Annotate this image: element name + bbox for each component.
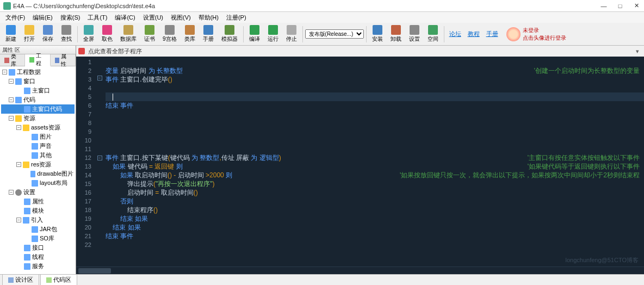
code-line-19[interactable]: 结束 如果	[106, 214, 644, 223]
tree-item-11[interactable]: drawable图片	[1, 169, 75, 178]
menu-item-0[interactable]: 文件(F)	[2, 13, 28, 23]
tree-item-14[interactable]: 属性	[1, 197, 75, 206]
tb-模拟器[interactable]: 模拟器	[218, 24, 241, 44]
minimize-button[interactable]: —	[599, 2, 608, 10]
expand-icon[interactable]: −	[9, 116, 14, 121]
tree-item-8[interactable]: 声音	[1, 141, 75, 151]
link-手册[interactable]: 手册	[486, 30, 498, 38]
tree-item-0[interactable]: −工程数据	[1, 67, 75, 77]
tree-item-7[interactable]: 图片	[1, 132, 75, 141]
menu-item-6[interactable]: 视图(V)	[168, 13, 194, 23]
close-button[interactable]: ✕	[632, 2, 641, 10]
menu-item-7[interactable]: 帮助(H)	[195, 13, 222, 23]
code-line-2[interactable]: 变量 启动时间 为 长整数型'创建一个启动时间为长整数型的变量	[106, 66, 644, 75]
code-line-18[interactable]: 结束程序()	[106, 206, 644, 214]
tree-item-2[interactable]: 主窗口	[1, 86, 75, 95]
tree-item-16[interactable]: −引入	[1, 215, 75, 225]
code-line-11[interactable]	[106, 145, 644, 153]
tree-item-19[interactable]: 接口	[1, 243, 75, 252]
menu-item-1[interactable]: 编辑(E)	[29, 13, 56, 23]
expand-icon[interactable]: −	[9, 190, 14, 195]
code-line-1[interactable]	[106, 58, 644, 66]
menu-item-8[interactable]: 注册(P)	[223, 13, 250, 23]
code-line-21[interactable]: 结束 事件	[106, 232, 644, 240]
menu-item-4[interactable]: 编译(C)	[112, 13, 138, 23]
tb2-空间[interactable]: 空间	[424, 24, 442, 44]
fold-icon[interactable]: −	[97, 156, 102, 160]
tree-item-6[interactable]: −assets资源	[1, 123, 75, 132]
expand-icon[interactable]: −	[2, 70, 7, 75]
code-line-22[interactable]	[106, 240, 644, 249]
tree-item-21[interactable]: 服务	[1, 262, 75, 271]
code-line-20[interactable]: 结束 如果	[106, 223, 644, 232]
fold-icon[interactable]: −	[97, 76, 102, 80]
code-editor[interactable]: 12345678910111213141516171819202122 −− 变…	[76, 57, 644, 267]
menu-item-5[interactable]: 设置(U)	[140, 13, 166, 23]
tree-item-12[interactable]: layout布局	[1, 178, 75, 188]
code-line-10[interactable]	[106, 136, 644, 145]
tree-item-20[interactable]: 线程	[1, 252, 75, 262]
tree-item-4[interactable]: 主窗口代码	[1, 104, 75, 114]
tb-编译[interactable]: 编译	[246, 24, 263, 44]
horizontal-scrollbar[interactable]	[76, 267, 644, 274]
tb-停止[interactable]: 停止	[283, 24, 300, 44]
code-line-5[interactable]	[106, 92, 644, 101]
fold-bar[interactable]: −−	[96, 57, 103, 267]
tree-item-13[interactable]: −设置	[1, 188, 75, 197]
tree-item-3[interactable]: −代码	[1, 95, 75, 104]
tb2-卸载[interactable]: 卸载	[387, 24, 405, 44]
bottom-tab-设计区[interactable]: 设计区	[2, 274, 39, 285]
panel-tab-类库[interactable]: 类库	[0, 54, 25, 66]
tree-item-18[interactable]: SO库	[1, 234, 75, 243]
tb-数据库[interactable]: 数据库	[117, 24, 140, 44]
code-line-14[interactable]: 如果 取启动时间() - 启动时间 >2000 则'如果按放回键只按一次，就会弹…	[106, 171, 644, 179]
code-line-12[interactable]: 事件 主窗口.按下某键(键代码 为 整数型,传址 屏蔽 为 逻辑型)'主窗口有按…	[106, 153, 644, 162]
tb-运行[interactable]: 运行	[264, 24, 282, 44]
tb-全屏[interactable]: 全屏	[80, 24, 97, 44]
code-line-15[interactable]: 弹出提示("再按一次退出程序")	[106, 179, 644, 188]
tree-item-15[interactable]: 模块	[1, 206, 75, 215]
maximize-button[interactable]: □	[616, 2, 624, 10]
code-line-4[interactable]	[106, 84, 644, 92]
bottom-tab-代码区[interactable]: 代码区	[40, 274, 77, 285]
tb-手册[interactable]: 手册	[200, 24, 217, 44]
tree-item-9[interactable]: 其他	[1, 151, 75, 160]
project-tree[interactable]: −工程数据−窗口主窗口−代码主窗口代码−资源−assets资源图片声音其他−re…	[0, 66, 76, 274]
expand-icon[interactable]: −	[9, 79, 14, 84]
login-box[interactable]: 未登录点击头像进行登录	[506, 27, 566, 42]
menu-item-3[interactable]: 工具(T)	[84, 13, 110, 23]
tb-保存[interactable]: 保存	[39, 24, 57, 44]
expand-icon[interactable]: −	[16, 162, 21, 167]
code-content[interactable]: 变量 启动时间 为 长整数型'创建一个启动时间为长整数型的变量事件 主窗口.创建…	[103, 57, 644, 267]
expand-icon[interactable]: −	[16, 125, 21, 130]
expand-icon[interactable]: −	[9, 97, 14, 102]
scrollbar-thumb[interactable]	[78, 268, 111, 274]
editor-tab-label[interactable]: 点此查看全部子程序	[88, 47, 142, 55]
code-line-16[interactable]: 启动时间 = 取启动时间()	[106, 188, 644, 197]
code-line-6[interactable]: 结束 事件	[106, 101, 644, 110]
tree-item-5[interactable]: −资源	[1, 114, 75, 123]
link-论坛[interactable]: 论坛	[449, 30, 461, 38]
code-line-17[interactable]: 否则	[106, 197, 644, 206]
expand-icon[interactable]: −	[16, 218, 21, 222]
code-line-9[interactable]	[106, 127, 644, 136]
tree-item-17[interactable]: JAR包	[1, 225, 75, 234]
panel-tab-属性[interactable]: 属性	[51, 54, 76, 66]
tb-新建[interactable]: 新建	[2, 24, 20, 44]
minimize-panel-icon[interactable]: ▾	[633, 48, 642, 55]
code-line-8[interactable]	[106, 119, 644, 127]
tb-取色[interactable]: 取色	[98, 24, 116, 44]
tb-类库[interactable]: 类库	[181, 24, 199, 44]
release-dropdown[interactable]: 发布版(Release...)	[305, 29, 364, 39]
menu-item-2[interactable]: 搜索(S)	[57, 13, 84, 23]
code-line-7[interactable]	[106, 110, 644, 119]
tb-查找[interactable]: 查找	[58, 24, 75, 44]
tree-item-10[interactable]: −res资源	[1, 160, 75, 169]
tb-打开[interactable]: 打开	[21, 24, 38, 44]
code-line-13[interactable]: 如果 键代码 = 返回键 则'如果键代码等于返回键则执行以下事件	[106, 162, 644, 171]
tb2-安装[interactable]: 安装	[369, 24, 386, 44]
tb2-设置[interactable]: 设置	[406, 24, 423, 44]
tb-证书[interactable]: 证书	[141, 24, 158, 44]
code-line-3[interactable]: 事件 主窗口.创建完毕()	[106, 75, 644, 84]
panel-tab-工程[interactable]: 工程	[25, 54, 50, 66]
